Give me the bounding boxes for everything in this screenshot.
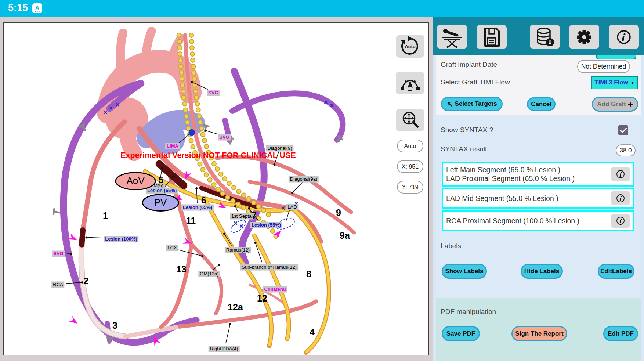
syntax-segment-list: Left Main Segment (65.0 % Lesion )LAD Pr… [442, 162, 634, 231]
zoom-pan-icon [399, 109, 421, 131]
settings-button[interactable] [569, 25, 599, 49]
cursor-x-readout: X: 951 [397, 160, 423, 173]
syntax-result-label: SYNTAX result : [441, 145, 491, 153]
edit-labels-button[interactable]: EditLabels [598, 264, 634, 279]
labels-heading: Labels [441, 242, 461, 250]
timi-flow-label: Select Graft TIMI Flow [441, 78, 510, 86]
timi-flow-select[interactable]: TIMI 3 Flow ▼ [591, 76, 638, 89]
info-button[interactable] [609, 25, 639, 49]
lima-anastomosis-dot [188, 129, 195, 136]
patient-exam-button[interactable] [437, 25, 467, 49]
graft-implant-date-label: Graft implant Date [441, 61, 497, 69]
auto-rotate-button[interactable]: Auto [396, 35, 424, 58]
graft-implant-date-value[interactable]: Not Determined [577, 60, 630, 73]
database-export-button[interactable] [530, 25, 560, 49]
cursor-y-readout: Y: 719 [397, 181, 423, 194]
add-graft-button[interactable]: Add Graft + [592, 97, 638, 112]
hide-labels-button[interactable]: Hide Labels [521, 264, 563, 279]
show-syntax-label: Show SYNTAX ? [441, 126, 493, 134]
app-root: 5:15 A [0, 0, 644, 361]
settings-gear-icon [572, 26, 597, 48]
ellipsis-dots [35, 11, 40, 12]
segment-item-text: LAD Mid Segment (55.0 % Lesion ) [446, 194, 558, 203]
segment-item-rca-proximal-segment[interactable]: RCA Proximal Segment (100.0 % Lesion ) [442, 210, 634, 231]
patient-exam-icon [439, 26, 464, 48]
chevron-down-icon: ▼ [630, 80, 635, 85]
svg-text:Auto: Auto [405, 44, 416, 49]
auto-mode-pill[interactable]: Auto [397, 140, 423, 152]
cancel-button[interactable]: Cancel [527, 97, 556, 111]
anastomosis-outlines [229, 216, 296, 235]
segment-item-text: RCA Proximal Segment (100.0 % Lesion ) [446, 216, 579, 225]
bezier-edit-button[interactable] [396, 72, 424, 94]
segment-item-lad-mid-segment[interactable]: LAD Mid Segment (55.0 % Lesion ) [442, 188, 634, 209]
info-icon [615, 194, 626, 203]
info-icon [615, 169, 626, 179]
clipped-scrolled-button[interactable] [596, 55, 636, 59]
save-pdf-button[interactable]: Save PDF [442, 326, 480, 341]
notification-app-icon: A [32, 3, 42, 13]
save-icon [479, 26, 504, 48]
select-targets-button[interactable]: ↖ Select Targets [441, 97, 503, 111]
plus-icon: + [628, 99, 633, 109]
heart-illustration [4, 23, 428, 355]
status-bar: 5:15 A [0, 0, 644, 17]
bezier-pen-icon [399, 72, 421, 94]
save-button[interactable] [477, 25, 507, 49]
database-export-icon [532, 26, 557, 48]
syntax-result-value: 38.0 [616, 144, 636, 156]
pdf-heading: PDF manipulation [441, 308, 496, 316]
panel-scrollbar-right[interactable] [641, 55, 644, 361]
info-icon [615, 216, 626, 225]
segment-item-text: Left Main Segment (65.0 % Lesion )LAD Pr… [446, 165, 575, 183]
segment-item-left-main-segment[interactable]: Left Main Segment (65.0 % Lesion )LAD Pr… [442, 162, 634, 187]
info-icon [611, 26, 636, 48]
arrow-up-left-icon: ↖ [447, 100, 453, 108]
auto-rotate-icon: Auto [399, 35, 421, 57]
segment-info-button[interactable] [611, 214, 630, 228]
angiogram-canvas[interactable]: Experimental Version NOT FOR CLINICAL US… [3, 22, 429, 355]
clock: 5:15 [8, 2, 28, 14]
segment-info-button[interactable] [611, 167, 630, 181]
sign-report-button[interactable]: Sign The Report [511, 326, 567, 341]
show-syntax-checkbox[interactable] [618, 125, 628, 135]
panel-scrollbar-left[interactable] [433, 55, 436, 361]
zoom-pan-button[interactable] [396, 109, 424, 131]
show-labels-button[interactable]: Show Labels [442, 264, 487, 279]
segment-info-button[interactable] [611, 191, 630, 205]
edit-pdf-button[interactable]: Edit PDF [603, 326, 638, 341]
